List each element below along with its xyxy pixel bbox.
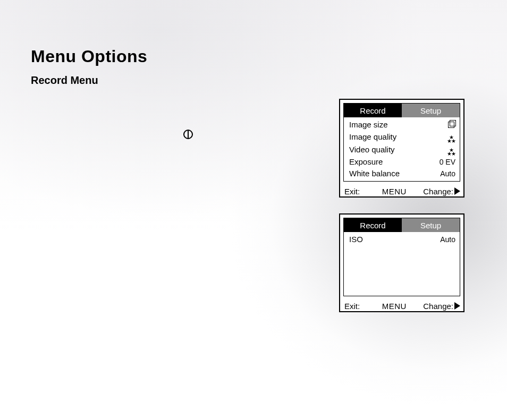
record-menu-panel-2: Record Setup ISO Auto Exit: MENU Change: — [339, 213, 464, 312]
footer-change-button[interactable]: Change: — [423, 187, 460, 196]
record-menu-panel-1: Record Setup Image size Image quality ★★… — [339, 99, 464, 198]
menu-item-image-size[interactable]: Image size — [349, 119, 455, 130]
tab-setup[interactable]: Setup — [402, 104, 460, 117]
quality-stars-icon: ★★★ — [430, 144, 455, 156]
menu-inner: Record Setup Image size Image quality ★★… — [343, 103, 460, 182]
menu-item-value: 0 EV — [430, 157, 455, 167]
triangle-right-icon — [454, 187, 460, 195]
page-subtitle: Record Menu — [31, 74, 98, 87]
menu-item-label: Image size — [349, 119, 430, 130]
menu-item-white-balance[interactable]: White balance Auto — [349, 168, 455, 179]
footer-menu-button[interactable]: MENU — [360, 187, 423, 196]
quality-stars-icon: ★★★ — [430, 131, 455, 143]
footer-exit-label: Exit: — [344, 302, 360, 311]
menu-tabs: Record Setup — [344, 104, 460, 117]
menu-item-exposure[interactable]: Exposure 0 EV — [349, 157, 455, 167]
menu-tabs: Record Setup — [344, 218, 460, 232]
tab-record[interactable]: Record — [344, 104, 402, 117]
menu-item-label: Video quality — [349, 144, 430, 155]
image-size-icon — [430, 119, 455, 130]
menu-item-video-quality[interactable]: Video quality ★★★ — [349, 144, 455, 156]
tab-record[interactable]: Record — [344, 218, 402, 232]
page-title: Menu Options — [31, 47, 147, 66]
menu-item-image-quality[interactable]: Image quality ★★★ — [349, 131, 455, 143]
power-icon — [183, 130, 193, 139]
menu-body: ISO Auto — [344, 232, 460, 296]
menu-item-label: Image quality — [349, 132, 430, 142]
menu-item-label: White balance — [349, 168, 430, 179]
menu-footer: Exit: MENU Change: — [340, 185, 463, 198]
menu-item-value: Auto — [430, 234, 455, 245]
footer-exit-label: Exit: — [344, 187, 360, 196]
menu-item-value: Auto — [430, 168, 455, 179]
menu-inner: Record Setup ISO Auto — [343, 218, 460, 296]
menu-footer: Exit: MENU Change: — [340, 299, 463, 312]
footer-menu-button[interactable]: MENU — [360, 302, 423, 311]
footer-change-button[interactable]: Change: — [423, 302, 460, 311]
footer-change-label: Change: — [423, 187, 453, 196]
menu-item-label: Exposure — [349, 157, 430, 167]
footer-change-label: Change: — [423, 302, 453, 311]
menu-body: Image size Image quality ★★★ Video quali… — [344, 117, 460, 181]
triangle-right-icon — [454, 302, 460, 310]
menu-item-iso[interactable]: ISO Auto — [349, 234, 455, 245]
menu-item-label: ISO — [349, 234, 430, 245]
tab-setup[interactable]: Setup — [402, 218, 460, 232]
